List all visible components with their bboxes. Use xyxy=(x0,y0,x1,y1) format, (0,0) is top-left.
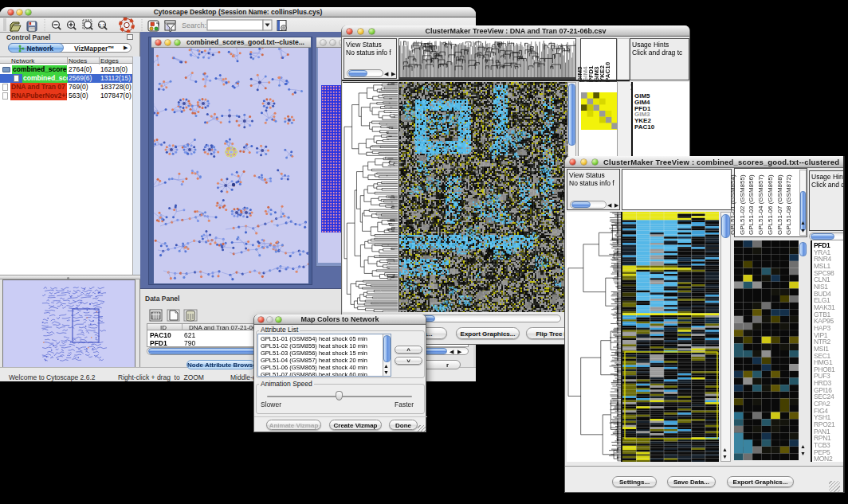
svg-text:1:1: 1:1 xyxy=(99,23,106,28)
svg-text:Search:: Search: xyxy=(182,21,206,29)
